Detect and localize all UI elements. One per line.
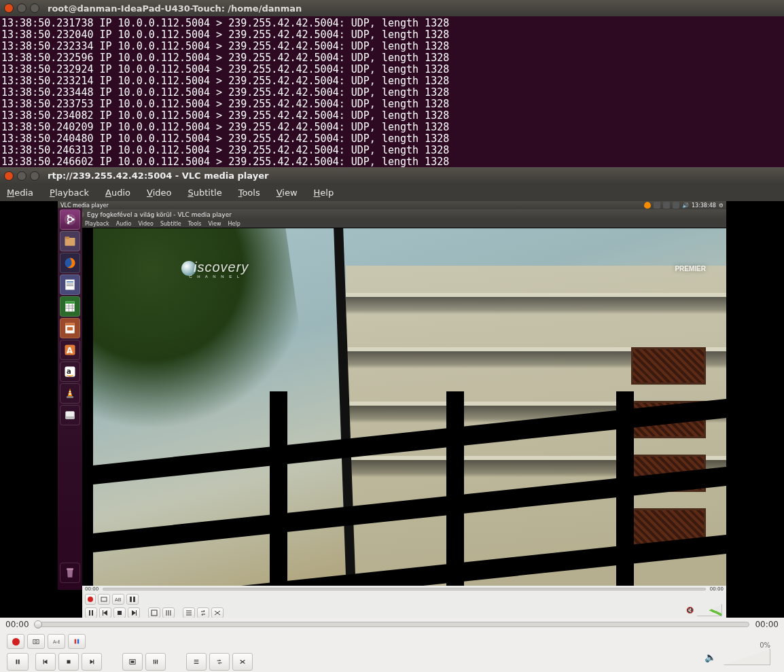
fullscreen-button[interactable] [122, 653, 143, 671]
svg-point-3 [67, 215, 69, 217]
svg-text:a: a [67, 368, 71, 375]
launcher-impress-icon [60, 318, 80, 338]
svg-rect-46 [93, 660, 94, 665]
svg-rect-40 [75, 639, 77, 644]
seek-row: 00:00 00:00 [0, 618, 784, 631]
network-indicator-icon [673, 202, 679, 209]
record-button [85, 594, 96, 605]
mute-icon[interactable]: 🔈 [705, 652, 716, 662]
time-total[interactable]: 00:00 [755, 620, 779, 629]
inner-clock: 13:38:48 [692, 202, 716, 209]
svg-rect-29 [130, 597, 132, 602]
inner-vlc-title: Egy fogkefével a világ körül - VLC media… [87, 211, 232, 218]
svg-point-49 [154, 660, 155, 662]
svg-rect-31 [89, 610, 90, 616]
video-area[interactable]: VLC media player 🔊 13:38:48 ⚙ Egy fogkef… [0, 201, 784, 618]
svg-rect-22 [69, 393, 71, 395]
launcher-writer-icon [60, 275, 80, 295]
volume-control[interactable]: 0% [723, 641, 770, 665]
inner-time-total: 00:00 [710, 586, 724, 592]
snapshot-button[interactable] [27, 634, 45, 649]
extended-settings-button[interactable] [145, 653, 166, 671]
menu-media[interactable]: Media [7, 188, 33, 198]
inner-vlc-controls: 00:00 00:00 AB [82, 586, 726, 618]
unity-launcher: Aa [58, 208, 82, 590]
menu-video[interactable]: Video [147, 188, 171, 198]
minimize-icon[interactable] [17, 171, 26, 181]
video-frame: iscovery C H A N N E L PREMIER [93, 228, 726, 586]
svg-rect-48 [131, 660, 135, 662]
volume-slider [696, 604, 722, 616]
inner-menu-subtitle: Subtitle [160, 221, 181, 227]
svg-rect-36 [152, 610, 157, 616]
sound-indicator-icon: 🔊 [682, 202, 689, 209]
prev-track-button [99, 607, 111, 618]
svg-point-38 [35, 641, 37, 643]
seek-bar[interactable] [35, 622, 750, 627]
svg-rect-32 [92, 610, 93, 616]
svg-rect-42 [16, 660, 18, 665]
volume-slider[interactable] [723, 649, 770, 665]
frame-step-button [126, 594, 139, 605]
frame-step-button[interactable] [68, 634, 86, 649]
svg-rect-41 [77, 639, 79, 644]
vlc-window: rtp://239.255.42.42:5004 - VLC media pla… [0, 167, 784, 672]
pause-button [85, 607, 97, 618]
close-icon[interactable] [4, 171, 14, 181]
menu-view[interactable]: View [277, 188, 298, 198]
shuffle-button[interactable] [232, 653, 253, 671]
terminal-output[interactable]: 13:38:50.231738 IP 10.0.0.112.5004 > 239… [0, 16, 784, 169]
inner-time-elapsed: 00:00 [85, 586, 99, 592]
menu-playback[interactable]: Playback [50, 188, 89, 198]
seek-knob[interactable] [34, 620, 42, 629]
svg-rect-33 [103, 610, 103, 616]
maximize-icon[interactable] [30, 171, 39, 181]
playlist-button [183, 607, 195, 618]
vlc-tray-icon [644, 202, 651, 209]
prev-track-button[interactable] [35, 653, 56, 671]
playlist-button[interactable] [186, 653, 207, 671]
launcher-disk-icon [60, 405, 80, 425]
launcher-font-icon: A [60, 340, 80, 360]
record-button[interactable] [7, 634, 24, 649]
svg-rect-9 [67, 281, 73, 283]
maximize-icon[interactable] [30, 3, 39, 13]
terminal-window: root@danman-IdeaPad-U430-Touch: /home/da… [0, 0, 784, 167]
next-track-button[interactable] [82, 653, 102, 671]
svg-rect-5 [65, 238, 75, 246]
svg-rect-23 [67, 396, 73, 398]
loop-button[interactable] [209, 653, 230, 671]
menu-audio[interactable]: Audio [105, 188, 130, 198]
next-track-button [128, 607, 140, 618]
svg-text:AB: AB [115, 597, 122, 603]
vlc-menubar: MediaPlaybackAudioVideoSubtitleToolsView… [0, 184, 784, 201]
launcher-ubuntu-icon [60, 209, 80, 230]
vlc-titlebar[interactable]: rtp://239.255.42.42:5004 - VLC media pla… [0, 167, 784, 184]
svg-rect-34 [118, 611, 122, 615]
stop-button [113, 607, 126, 618]
launcher-files-icon [60, 231, 80, 251]
svg-rect-16 [67, 327, 73, 330]
terminal-titlebar[interactable]: root@danman-IdeaPad-U430-Touch: /home/da… [0, 0, 784, 16]
inner-menu-audio: Audio [116, 221, 132, 227]
atob-loop-button[interactable]: A›B [48, 634, 65, 649]
menu-subtitle[interactable]: Subtitle [188, 188, 221, 198]
time-elapsed[interactable]: 00:00 [5, 620, 29, 629]
svg-rect-35 [136, 610, 137, 616]
menu-help[interactable]: Help [314, 188, 334, 198]
pause-button[interactable] [7, 653, 29, 671]
inner-menu-playback: Playback [85, 221, 109, 227]
close-icon[interactable] [4, 3, 14, 13]
minimize-icon[interactable] [17, 3, 26, 13]
svg-rect-26 [67, 568, 73, 570]
mute-icon: 🔇 [686, 607, 694, 614]
keyboard-indicator-icon [654, 202, 660, 209]
stop-button[interactable] [58, 653, 79, 671]
inner-vlc-titlebar: Egy fogkefével a világ körül - VLC media… [58, 209, 726, 219]
menu-tools[interactable]: Tools [238, 188, 260, 198]
svg-rect-30 [133, 597, 135, 602]
svg-point-4 [67, 222, 69, 224]
terminal-title: root@danman-IdeaPad-U430-Touch: /home/da… [48, 3, 302, 14]
messages-indicator-icon [663, 202, 670, 209]
inner-menu-view: View [209, 221, 221, 227]
